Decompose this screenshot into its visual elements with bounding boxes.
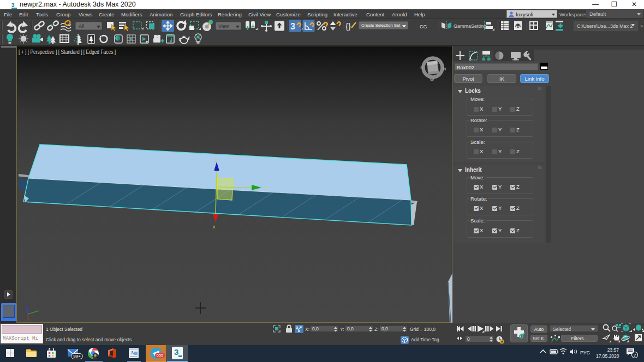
svg-text:S: S: [420, 65, 423, 70]
svg-text:A: A: [130, 350, 134, 355]
svg-text:foxysofi: foxysofi: [516, 11, 533, 17]
svg-text:3: 3: [290, 22, 295, 31]
svg-text:3: 3: [174, 347, 178, 357]
svg-text:3: 3: [11, 2, 15, 8]
svg-text:z: z: [26, 303, 28, 308]
svg-text:N: N: [443, 67, 446, 71]
svg-text:GammaSetting:: GammaSetting:: [454, 23, 488, 29]
svg-text:Z: Z: [215, 158, 218, 163]
svg-text:7: 7: [634, 353, 636, 358]
svg-text:Default: Default: [589, 11, 606, 17]
svg-text:{}: {}: [345, 21, 351, 31]
svg-text:x: x: [213, 224, 216, 230]
svg-text:Y: Y: [265, 185, 268, 190]
svg-text:W: W: [430, 77, 434, 82]
